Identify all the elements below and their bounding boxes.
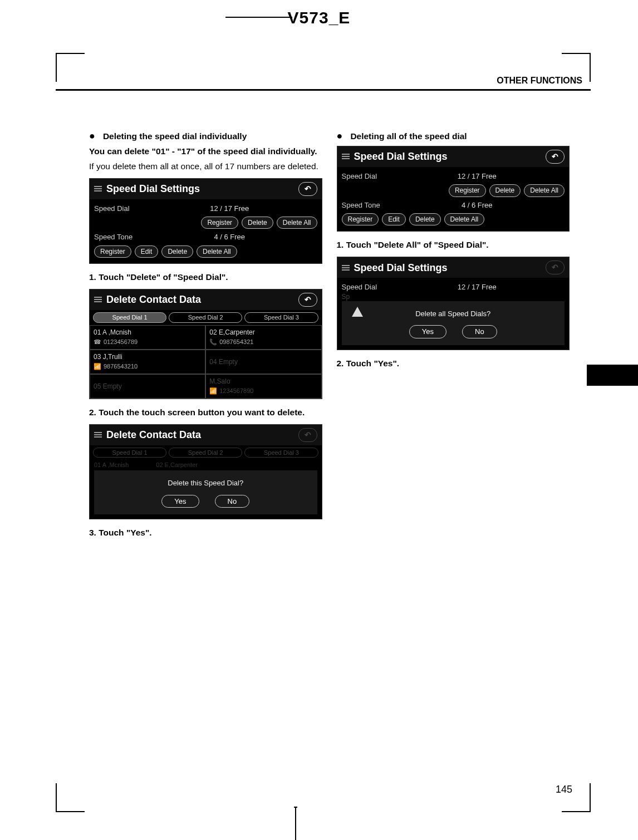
delete-button[interactable]: Delete [409, 213, 441, 225]
page-number: 145 [556, 784, 572, 795]
panel-title: Delete Contact Data [106, 293, 201, 306]
list-icon [342, 154, 350, 159]
delete-all-button[interactable]: Delete All [277, 217, 317, 229]
left-step-2: 2. Touch the touch screen button you wan… [89, 407, 321, 419]
contact-cell[interactable]: 03 J,Trulli 📶9876543210 [90, 350, 205, 374]
register-button[interactable]: Register [201, 217, 238, 229]
speed-dial-count: 12 / 17 Free [390, 282, 565, 292]
panel-title: Speed Dial Settings [354, 150, 448, 163]
right-bullet-title: Deleting all of the speed dial [350, 131, 568, 143]
tab-speed-dial-1: Speed Dial 1 [93, 448, 166, 458]
register-button[interactable]: Register [94, 245, 131, 258]
panel-title: Delete Contact Data [106, 428, 201, 441]
contact-cell[interactable]: 01 A ,Mcnish ☎0123456789 [90, 325, 205, 350]
left-intro-reg: If you delete them all at once, all of 1… [89, 161, 321, 173]
speed-dial-label: Speed Dial [342, 171, 386, 181]
delete-all-button[interactable]: Delete All [197, 245, 237, 258]
register-button[interactable]: Register [449, 184, 486, 197]
speed-dial-count: 12 / 17 Free [142, 204, 317, 214]
right-step-2: 2. Touch "Yes". [337, 358, 569, 370]
bullet-icon: ● [337, 131, 343, 143]
left-step-1: 1. Touch "Delete" of "Speed Dial". [89, 272, 321, 283]
speed-dial-count: 12 / 17 Free [390, 171, 565, 181]
left-bullet-title: Deleting the speed dial individually [103, 131, 321, 143]
delete-all-button[interactable]: Delete All [444, 213, 485, 225]
phone-icon: 📶 [94, 362, 101, 371]
phone-icon: 📞 [209, 338, 217, 346]
speed-tone-label: Speed Tone [342, 200, 386, 210]
screenshot-delete-confirm: Delete Contact Data ↶ Speed Dial 1 Speed… [89, 424, 322, 520]
register-button[interactable]: Register [342, 213, 379, 225]
yes-button[interactable]: Yes [409, 325, 446, 338]
screenshot-delete-contact-data: Delete Contact Data ↶ Speed Dial 1 Speed… [89, 289, 322, 399]
back-icon[interactable]: ↶ [546, 150, 565, 164]
edit-button[interactable]: Edit [382, 213, 406, 225]
bullet-icon: ● [89, 131, 95, 143]
contact-cell-empty: 05 Empty [90, 374, 205, 399]
speed-tone-count: 4 / 6 Free [390, 200, 565, 210]
edit-button[interactable]: Edit [135, 245, 159, 258]
back-icon[interactable]: ↶ [298, 182, 317, 196]
phone-icon: 📶 [209, 387, 217, 395]
screenshot-speed-dial-settings: Speed Dial Settings ↶ Speed Dial 12 / 17… [337, 146, 570, 232]
list-icon [342, 265, 350, 271]
no-button[interactable]: No [462, 325, 497, 338]
contact-cell: M,Salo 📶1234567890 [205, 374, 321, 399]
speed-dial-label: Speed Dial [94, 204, 139, 214]
tab-speed-dial-2: Speed Dial 2 [169, 448, 242, 458]
delete-button[interactable]: Delete [161, 245, 193, 258]
dimmed-sp-label: Sp [337, 292, 570, 301]
left-intro-bold: You can delete "01" - "17" of the speed … [89, 146, 321, 158]
contact-cell-empty: 04 Empty [205, 350, 321, 374]
document-header: V573_E [0, 8, 638, 27]
section-header: OTHER FUNCTIONS [497, 76, 582, 86]
warning-icon [352, 307, 363, 317]
tab-speed-dial-3: Speed Dial 3 [244, 448, 318, 458]
yes-button[interactable]: Yes [161, 495, 199, 508]
screenshot-speed-dial-settings: Speed Dial Settings ↶ Speed Dial 12 / 17… [89, 178, 322, 264]
back-icon: ↶ [298, 428, 317, 442]
contact-cell[interactable]: 02 E,Carpenter 📞0987654321 [205, 325, 321, 350]
delete-all-button[interactable]: Delete All [524, 184, 565, 197]
no-button[interactable]: No [215, 495, 250, 508]
list-icon [94, 432, 102, 438]
tab-speed-dial-1[interactable]: Speed Dial 1 [93, 312, 166, 323]
right-step-1: 1. Touch "Delete All" of "Speed Dial". [337, 239, 569, 251]
back-icon: ↶ [546, 261, 565, 274]
list-icon [94, 297, 102, 302]
list-icon [94, 186, 102, 191]
speed-tone-count: 4 / 6 Free [142, 232, 317, 242]
dialog-text: Delete all Speed Dials? [415, 309, 490, 319]
back-icon[interactable]: ↶ [298, 293, 317, 307]
dialog-text: Delete this Speed Dial? [168, 478, 243, 488]
speed-tone-label: Speed Tone [94, 232, 139, 242]
speed-dial-label: Speed Dial [342, 282, 386, 292]
delete-button[interactable]: Delete [242, 217, 273, 229]
left-step-3: 3. Touch "Yes". [89, 527, 321, 539]
screenshot-delete-all-confirm: Speed Dial Settings ↶ Speed Dial 12 / 17… [337, 257, 570, 350]
panel-title: Speed Dial Settings [354, 261, 448, 274]
phone-icon: ☎ [94, 338, 101, 346]
tab-speed-dial-3[interactable]: Speed Dial 3 [244, 312, 318, 323]
side-tab [587, 365, 638, 386]
dimmed-row: 01 A ,Mcnish 02 E,Carpenter [90, 460, 322, 470]
delete-button[interactable]: Delete [489, 184, 521, 197]
tab-speed-dial-2[interactable]: Speed Dial 2 [169, 312, 242, 323]
panel-title: Speed Dial Settings [106, 182, 200, 195]
